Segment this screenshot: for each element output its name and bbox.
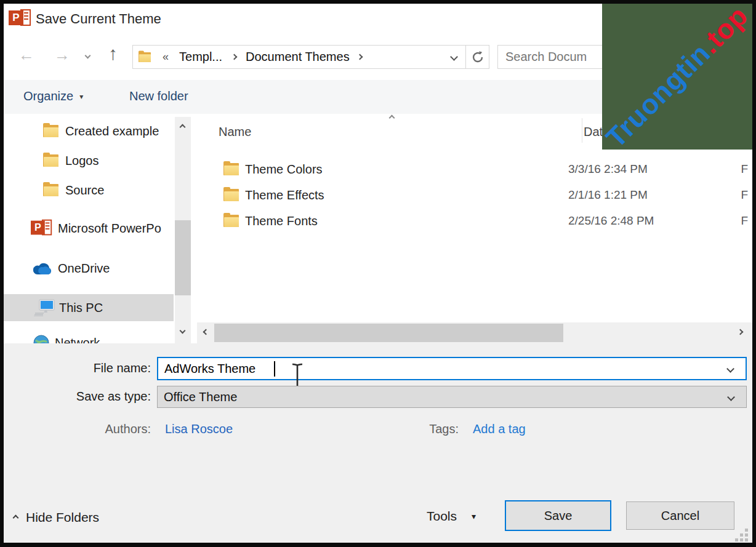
forward-button[interactable]: → [54, 47, 70, 63]
refresh-icon [471, 50, 485, 64]
save-button[interactable]: Save [505, 500, 611, 531]
this-pc-icon [34, 299, 55, 316]
file-name-cell: Theme Fonts [245, 214, 559, 228]
folder-icon [43, 125, 58, 137]
tools-label: Tools [427, 509, 457, 524]
sidebar-item-network[interactable]: Network [4, 332, 174, 343]
file-name-cell: Theme Colors [245, 162, 559, 177]
breadcrumb-bar: « Templ... Document Themes [132, 45, 489, 69]
sidebar-item-label: This PC [59, 301, 103, 315]
column-header-date[interactable]: Dat [584, 125, 603, 139]
file-date-cell: 2/25/16 2:48 PM [568, 214, 710, 228]
organize-button[interactable]: Organize ▾ [23, 89, 83, 103]
sidebar-item-created-example[interactable]: Created example [43, 122, 174, 140]
save-as-type-dropdown[interactable]: Office Theme [157, 386, 747, 408]
file-name-input[interactable] [158, 362, 728, 376]
sidebar-item-source[interactable]: Source [43, 181, 174, 199]
powerpoint-icon: P [9, 8, 31, 29]
folder-icon [223, 215, 239, 227]
sidebar-item-this-pc[interactable]: This PC [4, 294, 174, 321]
organize-label: Organize [23, 89, 73, 103]
breadcrumb-item-document-themes[interactable]: Document Themes [246, 50, 350, 64]
onedrive-cloud-icon [32, 262, 52, 275]
add-a-tag-link[interactable]: Add a tag [473, 422, 526, 436]
folder-icon [43, 154, 58, 167]
chevron-right-icon[interactable] [356, 54, 363, 60]
address-dropdown-chevron-icon[interactable] [450, 53, 458, 61]
sidebar-item-logos[interactable]: Logos [43, 151, 174, 170]
file-date-cell: 3/3/16 2:34 PM [568, 162, 710, 176]
file-name-dropdown-chevron-icon[interactable] [726, 365, 734, 373]
authors-value-link[interactable]: Lisa Roscoe [165, 422, 233, 436]
sidebar-item-label: Logos [65, 154, 99, 168]
network-globe-icon [33, 335, 49, 343]
sidebar-item-powerpoint[interactable]: P Microsoft PowerPo [31, 217, 174, 239]
save-as-type-chevron-icon [727, 393, 735, 401]
column-divider[interactable] [582, 118, 582, 143]
file-name-cell: Theme Effects [245, 188, 559, 202]
watermark: Truongtin.top [602, 4, 752, 150]
watermark-text: Truongtin.top [602, 4, 752, 150]
sidebar-item-onedrive[interactable]: OneDrive [32, 258, 174, 278]
new-folder-button[interactable]: New folder [129, 89, 188, 103]
sidebar-item-label: Created example [65, 124, 159, 138]
refresh-button[interactable] [466, 50, 489, 64]
hide-folders-label: Hide Folders [26, 510, 99, 525]
save-as-type-label: Save as type: [0, 389, 151, 404]
cancel-button[interactable]: Cancel [626, 501, 734, 530]
save-as-type-value: Office Theme [164, 390, 237, 404]
file-type-cell: F [741, 214, 748, 228]
folder-icon [223, 189, 239, 201]
file-row-theme-effects[interactable]: Theme Effects 2/1/16 1:21 PM F [219, 185, 748, 206]
dialog-title: Save Current Theme [36, 11, 161, 27]
chevron-up-icon [13, 514, 19, 521]
breadcrumb-item-templates[interactable]: Templ... [179, 50, 222, 64]
tags-label: Tags: [394, 422, 459, 436]
file-type-cell: F [741, 162, 748, 176]
file-name-label: File name: [0, 361, 151, 375]
sidebar-item-label: Network [55, 336, 100, 344]
sidebar-scrollbar-thumb[interactable] [175, 220, 191, 295]
tools-button[interactable]: Tools ▾ [427, 509, 476, 524]
sidebar-item-label: Source [65, 183, 104, 198]
text-caret [274, 361, 275, 377]
file-row-theme-colors[interactable]: Theme Colors 3/3/16 2:34 PM F [219, 159, 748, 180]
sidebar-item-label: OneDrive [58, 262, 110, 276]
sidebar-item-label: Microsoft PowerPo [58, 222, 161, 236]
tools-caret-icon: ▾ [472, 511, 476, 521]
folder-icon [43, 184, 58, 196]
file-row-theme-fonts[interactable]: Theme Fonts 2/25/16 2:48 PM F [219, 210, 748, 231]
up-button[interactable]: ↑ [108, 44, 118, 63]
file-date-cell: 2/1/16 1:21 PM [568, 188, 710, 202]
folder-icon [139, 52, 151, 62]
chevron-right-icon[interactable] [231, 54, 238, 60]
file-name-combobox[interactable] [157, 357, 747, 380]
column-header-name[interactable]: Name [219, 125, 251, 139]
save-theme-dialog: P Save Current Theme ← → ↑ « Templ... Do… [0, 0, 756, 547]
back-button[interactable]: ← [18, 47, 34, 63]
dropdown-caret-icon: ▾ [79, 92, 83, 101]
breadcrumb-collapse[interactable]: « [163, 50, 169, 63]
authors-label: Authors: [0, 422, 151, 436]
powerpoint-p-icon: P [9, 10, 23, 25]
hide-folders-button[interactable]: Hide Folders [14, 510, 99, 525]
resize-grip[interactable] [735, 538, 738, 541]
horizontal-scrollbar-thumb[interactable] [214, 324, 563, 342]
file-type-cell: F [741, 188, 748, 202]
powerpoint-icon: P [31, 218, 52, 238]
folder-icon [223, 163, 239, 175]
